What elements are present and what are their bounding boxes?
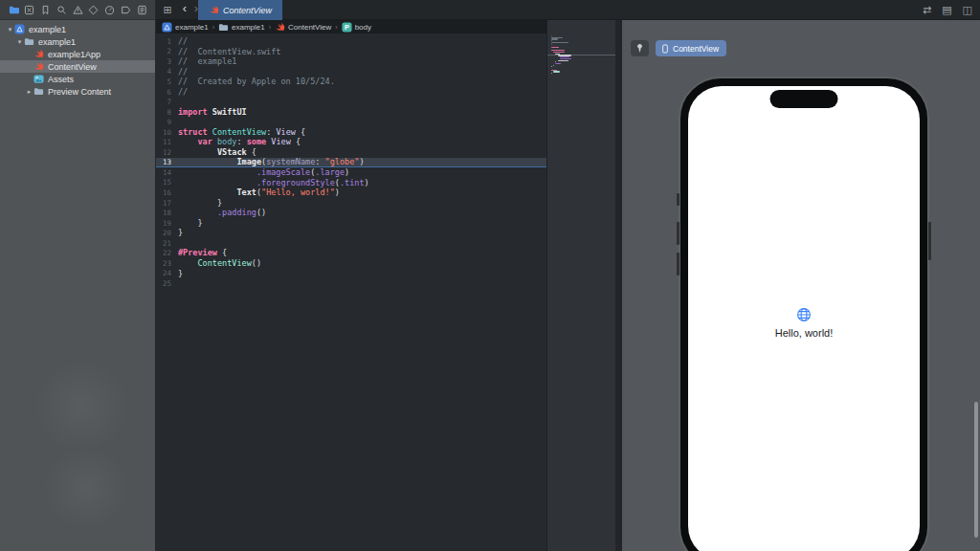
code-line-9[interactable]: 9 <box>156 117 546 127</box>
swap-editors-icon[interactable]: ⇄ <box>923 4 931 16</box>
line-number[interactable]: 17 <box>156 199 178 208</box>
minimap-line <box>551 47 559 48</box>
code-line-4[interactable]: 4// <box>156 67 546 77</box>
code-text: // Created by Apple on 10/5/24. <box>178 77 335 87</box>
tree-item-assets[interactable]: Assets <box>0 73 155 85</box>
tree-item-example1app[interactable]: example1App <box>0 48 155 60</box>
reports-icon[interactable] <box>135 3 148 16</box>
debug-icon[interactable] <box>103 3 117 16</box>
line-number[interactable]: 12 <box>156 148 178 157</box>
source-control-icon[interactable] <box>23 3 36 16</box>
code-text: #Preview { <box>178 248 227 258</box>
code-line-22[interactable]: 22#Preview { <box>156 248 546 258</box>
go-back-button[interactable]: ‹ <box>180 1 189 15</box>
line-number[interactable]: 9 <box>156 118 178 126</box>
code-line-24[interactable]: 24} <box>156 269 546 279</box>
jumpbar-item-example1[interactable]: example1 <box>162 22 209 33</box>
code-line-15[interactable]: 15 .foregroundStyle(.tint) <box>156 178 546 188</box>
editor-minimap[interactable] <box>546 20 615 551</box>
disclosure-triangle-icon[interactable]: ▸ <box>25 88 33 96</box>
code-text: // ContentView.swift <box>178 47 280 57</box>
breadcrumb-separator: › <box>335 24 337 31</box>
line-number[interactable]: 4 <box>156 67 178 76</box>
tests-icon[interactable] <box>87 3 100 16</box>
code-line-18[interactable]: 18 .padding() <box>156 208 546 218</box>
code-line-11[interactable]: 11 var body: some View { <box>156 137 546 147</box>
code-line-14[interactable]: 14 .imageScale(.large) <box>156 167 546 178</box>
jumpbar-item-example1[interactable]: example1 <box>218 22 265 33</box>
jumpbar-item-body[interactable]: Pbody <box>342 22 371 33</box>
find-icon[interactable] <box>55 3 68 16</box>
preview-pin-button[interactable] <box>631 40 649 56</box>
code-line-5[interactable]: 5// Created by Apple on 10/5/24. <box>156 77 546 87</box>
canvas-scrollbar[interactable] <box>974 402 978 538</box>
line-number[interactable]: 14 <box>156 168 178 177</box>
line-number[interactable]: 3 <box>156 57 178 66</box>
line-number[interactable]: 23 <box>156 259 178 268</box>
line-number[interactable]: 11 <box>156 138 178 146</box>
code-line-10[interactable]: 10struct ContentView: View { <box>156 127 546 138</box>
issues-icon[interactable] <box>71 3 84 16</box>
code-line-21[interactable]: 21 <box>156 238 546 249</box>
code-line-17[interactable]: 17 } <box>156 198 546 209</box>
line-number[interactable]: 15 <box>156 178 178 187</box>
tab-overview-icon[interactable]: ⊞ <box>161 3 174 16</box>
line-number[interactable]: 22 <box>156 249 178 257</box>
minimap-line <box>551 44 552 45</box>
code-text: // <box>178 87 188 98</box>
code-line-23[interactable]: 23 ContentView() <box>156 258 546 269</box>
line-number[interactable]: 7 <box>156 98 178 106</box>
preview-selected-view-button[interactable]: ContentView <box>656 40 726 56</box>
jumpbar-item-contentview[interactable]: ContentView <box>275 22 331 33</box>
code-text: // example1 <box>178 56 236 67</box>
line-number[interactable]: 19 <box>156 219 178 228</box>
line-number[interactable]: 16 <box>156 188 178 197</box>
line-number[interactable]: 1 <box>156 37 178 46</box>
line-number[interactable]: 10 <box>156 128 178 137</box>
disclosure-triangle-icon[interactable]: ▾ <box>6 26 14 33</box>
code-text: } <box>178 218 203 229</box>
preview-app-screen[interactable]: Hello, world! <box>688 86 920 551</box>
line-number[interactable]: 18 <box>156 209 178 217</box>
code-line-16[interactable]: 16 Text("Hello, world!") <box>156 187 546 198</box>
pin-icon <box>635 43 645 54</box>
tree-item-preview-content[interactable]: ▸Preview Content <box>0 85 155 98</box>
code-line-2[interactable]: 2// ContentView.swift <box>156 47 546 57</box>
line-number[interactable]: 20 <box>156 229 178 237</box>
source-editor[interactable]: 1//2// ContentView.swift3// example14//5… <box>156 33 546 551</box>
line-number[interactable]: 2 <box>156 47 178 55</box>
line-number[interactable]: 21 <box>156 239 178 248</box>
line-number[interactable]: 5 <box>156 77 178 86</box>
minimap-line <box>555 63 561 64</box>
inspector-icon[interactable]: ◫ <box>963 4 972 16</box>
code-line-1[interactable]: 1// <box>156 36 546 47</box>
code-line-8[interactable]: 8import SwiftUI <box>156 107 546 118</box>
code-line-25[interactable]: 25 <box>156 278 546 289</box>
code-text: struct ContentView: View { <box>178 127 305 138</box>
editor-options-icon[interactable]: ▤ <box>942 4 951 16</box>
line-number[interactable]: 24 <box>156 269 178 277</box>
disclosure-triangle-icon[interactable]: ▾ <box>15 38 24 46</box>
code-line-13[interactable]: 13 Image(systemName: "globe") <box>156 158 546 168</box>
code-text: } <box>178 269 183 279</box>
bookmarks-icon[interactable] <box>39 3 53 16</box>
tree-item-contentview[interactable]: ContentView <box>0 60 155 73</box>
code-line-6[interactable]: 6// <box>156 87 546 98</box>
code-text: } <box>178 228 183 238</box>
code-line-12[interactable]: 12 VStack { <box>156 147 546 158</box>
tree-item-example1[interactable]: ▾example1 <box>0 35 155 48</box>
tree-item-example1[interactable]: ▾example1 <box>0 23 155 35</box>
code-line-19[interactable]: 19 } <box>156 218 546 229</box>
navigator-sidebar: ▾example1▾example1example1AppContentView… <box>0 0 156 551</box>
line-number[interactable]: 8 <box>156 108 178 117</box>
breakpoints-icon[interactable] <box>119 3 132 16</box>
code-line-3[interactable]: 3// example1 <box>156 56 546 67</box>
tab-contentview[interactable]: ContentView <box>198 0 282 20</box>
code-line-20[interactable]: 20} <box>156 228 546 238</box>
line-number[interactable]: 25 <box>156 279 178 288</box>
line-number[interactable]: 13 <box>156 158 178 166</box>
project-navigator-icon[interactable] <box>7 3 20 16</box>
line-number[interactable]: 6 <box>156 88 178 97</box>
swift-icon <box>275 22 285 33</box>
code-line-7[interactable]: 7 <box>156 97 546 107</box>
